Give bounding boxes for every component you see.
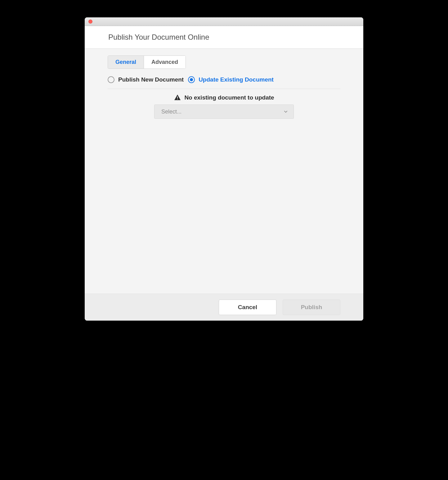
- tab-advanced[interactable]: Advanced: [144, 56, 186, 69]
- dialog-header: Publish Your Document Online: [85, 26, 363, 49]
- tab-general[interactable]: General: [108, 56, 144, 69]
- select-wrap: Select...: [108, 104, 340, 119]
- radio-dot: [190, 78, 193, 81]
- radio-label: Publish New Document: [118, 76, 184, 83]
- radio-label: Update Existing Document: [199, 76, 274, 83]
- dialog-title: Publish Your Document Online: [108, 33, 363, 42]
- radio-publish-new[interactable]: Publish New Document: [108, 76, 184, 83]
- warning-text: No existing document to update: [184, 94, 274, 101]
- svg-rect-1: [177, 99, 178, 100]
- chevron-down-icon: [284, 109, 288, 114]
- select-placeholder: Select...: [161, 109, 181, 115]
- warning-icon: [174, 94, 181, 101]
- tab-group: General Advanced: [108, 56, 186, 69]
- radio-unchecked-icon: [108, 76, 114, 83]
- warning-message: No existing document to update: [108, 89, 340, 104]
- svg-rect-0: [177, 96, 178, 98]
- publish-button[interactable]: Publish: [283, 300, 340, 315]
- radio-checked-icon: [188, 76, 195, 83]
- dialog-body: General Advanced Publish New Document Up…: [85, 49, 363, 294]
- radio-update-existing[interactable]: Update Existing Document: [188, 76, 274, 83]
- titlebar: [85, 17, 363, 26]
- dialog-footer: Cancel Publish: [85, 294, 363, 321]
- cancel-button[interactable]: Cancel: [219, 300, 276, 315]
- publish-dialog: Publish Your Document Online General Adv…: [85, 17, 363, 321]
- document-select[interactable]: Select...: [154, 104, 294, 119]
- close-window-button[interactable]: [88, 20, 92, 24]
- publish-mode-radio-group: Publish New Document Update Existing Doc…: [108, 69, 340, 89]
